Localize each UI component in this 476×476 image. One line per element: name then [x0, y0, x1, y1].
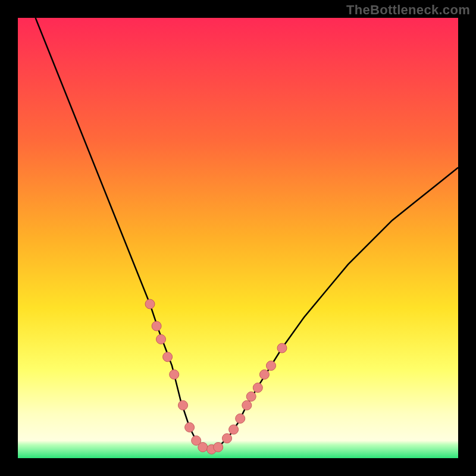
- data-marker: [152, 321, 161, 331]
- gradient-background: [18, 18, 458, 458]
- chart-frame: TheBottleneck.com: [0, 0, 476, 476]
- data-marker: [229, 425, 239, 434]
- data-marker: [198, 443, 208, 452]
- chart-svg: [18, 18, 458, 458]
- data-marker: [156, 334, 166, 344]
- data-marker: [145, 299, 155, 309]
- data-marker: [246, 392, 256, 401]
- data-marker: [170, 369, 179, 379]
- data-marker: [163, 352, 173, 362]
- data-marker: [214, 443, 223, 452]
- data-marker: [267, 361, 276, 371]
- data-marker: [236, 414, 245, 423]
- data-marker: [277, 343, 287, 353]
- data-marker: [253, 383, 262, 393]
- data-marker: [223, 434, 232, 443]
- attribution-text: TheBottleneck.com: [346, 2, 470, 18]
- plot-area: [18, 18, 458, 458]
- data-marker: [178, 400, 188, 410]
- data-marker: [185, 422, 195, 432]
- data-marker: [259, 369, 269, 379]
- data-marker: [242, 400, 252, 410]
